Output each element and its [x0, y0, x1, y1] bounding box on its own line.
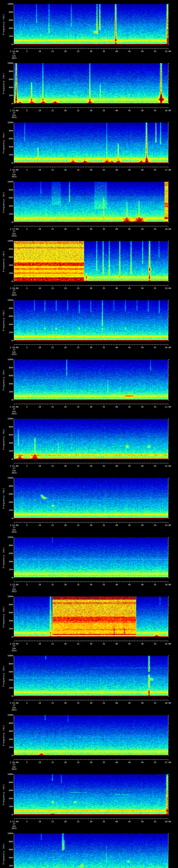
y-tick-label: 400: [5, 264, 13, 266]
x-tick: [50, 345, 50, 345]
x-tick: [114, 641, 114, 642]
x-tick-label: 10: [38, 110, 41, 112]
y-tick-label: 200: [5, 94, 13, 96]
x-tick: [76, 345, 76, 345]
y-tick-label: 1000: [5, 477, 13, 479]
x-tick: [96, 819, 96, 819]
x-tick-label: 25: [77, 465, 80, 467]
x-tick: [78, 463, 79, 464]
x-tick: [91, 107, 91, 109]
x-tick: [22, 641, 22, 642]
y-tick-right: [168, 247, 169, 247]
x-tick: [50, 167, 50, 167]
x-tick: [63, 641, 63, 642]
date-year-label: 2015: [12, 116, 17, 119]
x-tick: [122, 107, 122, 108]
y-axis-line-left: [14, 478, 14, 519]
y-tick-label: 400: [5, 857, 13, 859]
x-tick: [96, 760, 96, 760]
y-tick: [13, 220, 14, 220]
x-tick: [129, 404, 130, 405]
x-tick-label: 55: [154, 287, 156, 289]
x-tick: [78, 819, 79, 820]
y-tick-right: [168, 249, 170, 249]
x-tick: [91, 641, 91, 642]
x-tick-label: 35: [102, 406, 105, 408]
x-tick-label: 5: [26, 169, 27, 171]
y-axis-title: Frequency (Hz): [2, 725, 5, 746]
x-tick: [42, 522, 42, 523]
x-tick: [63, 167, 63, 167]
x-tick: [127, 345, 127, 345]
x-tick: [147, 582, 148, 582]
x-tick: [168, 582, 168, 583]
x-tick: [42, 226, 42, 227]
y-tick-label: 600: [5, 671, 13, 673]
x-tick-label: 15: [51, 110, 54, 112]
x-tick-label: 50: [141, 584, 143, 586]
x-tick: [129, 760, 130, 761]
x-tick: [83, 226, 84, 227]
x-tick: [76, 700, 76, 701]
x-tick-label: 15: [51, 465, 54, 467]
y-tick: [13, 271, 14, 272]
y-tick: [13, 631, 14, 631]
x-tick: [93, 582, 94, 582]
x-tick: [70, 107, 71, 108]
y-tick: [13, 259, 14, 259]
y-tick: [13, 222, 14, 222]
x-tick-label: 30: [90, 346, 92, 349]
x-tick: [63, 49, 63, 49]
x-tick-label: 35: [102, 228, 105, 230]
x-tick: [45, 285, 45, 286]
y-tick: [13, 627, 14, 627]
x-tick: [22, 700, 22, 701]
x-tick-label: 30: [90, 643, 92, 645]
end-time-label: 22:00: [165, 465, 171, 467]
x-tick: [22, 404, 22, 404]
x-tick: [112, 49, 112, 49]
x-tick: [70, 285, 71, 286]
y-tick-right: [168, 749, 169, 750]
x-tick: [58, 404, 58, 404]
y-tick: [13, 609, 14, 609]
x-tick: [93, 819, 94, 819]
y-axis-title: Frequency (Hz): [2, 665, 5, 687]
x-tick-label: 10: [38, 524, 41, 527]
y-tick-right: [168, 739, 170, 740]
x-tick: [147, 107, 148, 108]
y-tick: [13, 89, 14, 90]
x-tick: [22, 522, 22, 523]
x-tick: [127, 107, 127, 108]
x-tick: [70, 819, 71, 819]
x-tick: [19, 700, 20, 701]
y-tick-right: [168, 731, 170, 732]
x-tick: [45, 404, 45, 404]
x-tick-label: 55: [154, 524, 156, 527]
x-tick: [165, 760, 166, 760]
y-tick-right: [168, 400, 170, 400]
x-tick: [168, 107, 168, 109]
x-tick: [42, 819, 42, 819]
x-tick-label: 15: [51, 643, 54, 645]
x-tick: [58, 463, 58, 464]
y-tick: [13, 788, 14, 789]
y-tick: [13, 615, 14, 615]
y-tick-label: 200: [5, 746, 13, 748]
y-tick-right: [168, 243, 169, 243]
x-tick: [96, 404, 96, 404]
x-tick: [50, 760, 50, 760]
x-tick: [168, 345, 168, 346]
y-tick: [13, 396, 14, 396]
x-tick: [24, 167, 25, 167]
x-tick: [165, 582, 166, 582]
x-tick: [142, 345, 143, 346]
x-tick: [45, 760, 45, 760]
x-tick-label: 20: [64, 228, 66, 230]
x-tick: [55, 345, 55, 345]
x-tick-label: 45: [128, 110, 131, 112]
x-tick: [129, 345, 130, 346]
x-tick: [63, 463, 63, 464]
y-tick-label: 400: [5, 323, 13, 326]
x-tick: [142, 819, 143, 820]
